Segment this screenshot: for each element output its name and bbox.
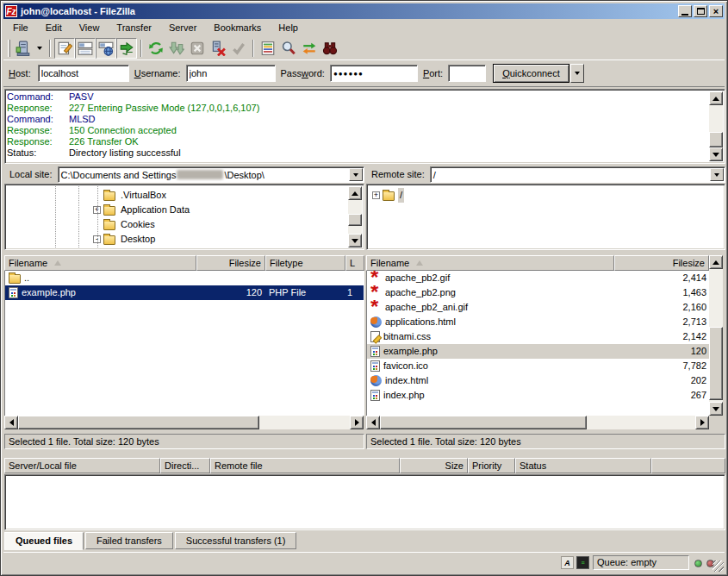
minimize-button[interactable] bbox=[678, 5, 692, 17]
tree-expander[interactable]: + bbox=[372, 191, 380, 199]
remote-scroll-left-button[interactable] bbox=[366, 416, 380, 429]
tree-item[interactable]: Cookies bbox=[93, 217, 348, 232]
file-row[interactable]: apache_pb2.gif 2,414 bbox=[367, 271, 709, 285]
disconnect-button[interactable] bbox=[208, 38, 228, 59]
site-manager-dropdown-button[interactable] bbox=[34, 38, 46, 59]
process-queue-button[interactable] bbox=[166, 38, 187, 59]
local-selection-status: Selected 1 file. Total size: 120 bytes bbox=[4, 434, 364, 449]
file-row[interactable]: apache_pb2.png 1,463 bbox=[367, 285, 709, 300]
sort-ascending-icon bbox=[54, 260, 61, 266]
close-button[interactable]: × bbox=[709, 5, 723, 17]
cancel-button[interactable] bbox=[187, 38, 208, 59]
file-row[interactable]: example.php 120 PHP File 1 bbox=[5, 285, 364, 300]
tree-item[interactable]: - Desktop bbox=[93, 232, 348, 247]
file-row[interactable]: favicon.ico 7,782 bbox=[367, 359, 709, 373]
log-scroll-up-button[interactable] bbox=[709, 91, 723, 105]
remote-scroll-down-button[interactable] bbox=[709, 402, 723, 416]
local-site-combo[interactable]: C:\Documents and Settings\Desktop\ bbox=[58, 166, 364, 183]
username-input[interactable] bbox=[186, 65, 276, 82]
local-tree-scroll-thumb[interactable] bbox=[348, 214, 362, 226]
port-input[interactable] bbox=[448, 65, 486, 82]
tree-item[interactable]: + Application Data bbox=[93, 203, 348, 217]
toolbar-grip[interactable] bbox=[8, 40, 10, 57]
local-site-combo-arrow[interactable] bbox=[349, 168, 363, 181]
remote-scroll-right-button[interactable] bbox=[695, 416, 709, 429]
local-tree-icon bbox=[78, 41, 93, 56]
title-bar[interactable]: Fz john@localhost - FileZilla × bbox=[3, 3, 725, 19]
synchronized-browsing-button[interactable] bbox=[299, 38, 320, 59]
file-row[interactable]: bitnami.css 2,142 bbox=[367, 329, 709, 344]
file-row[interactable]: index.php 267 bbox=[367, 388, 709, 403]
remote-site-combo-arrow[interactable] bbox=[710, 168, 724, 181]
resize-grip[interactable] bbox=[712, 560, 724, 572]
column-header-filesize[interactable]: Filesize bbox=[614, 255, 709, 271]
file-type-icon bbox=[370, 331, 380, 342]
tree-item-label: Cookies bbox=[119, 217, 157, 232]
column-header-last-modified[interactable]: L bbox=[345, 255, 364, 271]
transfer-queue-list[interactable] bbox=[4, 474, 725, 530]
site-manager-button[interactable] bbox=[13, 38, 34, 59]
remote-site-combo[interactable]: / bbox=[430, 166, 725, 183]
column-header-direction[interactable]: Directi... bbox=[160, 458, 210, 473]
local-scroll-left-button[interactable] bbox=[4, 416, 18, 429]
tab-successful-transfers[interactable]: Successful transfers (1) bbox=[175, 532, 297, 549]
menu-item[interactable]: Bookmarks bbox=[208, 21, 267, 34]
find-files-button[interactable] bbox=[320, 38, 340, 59]
column-header-filename[interactable]: Filename bbox=[366, 255, 614, 271]
remote-tree-pane: + / bbox=[366, 184, 725, 250]
quickconnect-dropdown-button[interactable] bbox=[570, 64, 584, 83]
column-header-remote-file[interactable]: Remote file bbox=[210, 458, 400, 473]
menu-item[interactable]: Server bbox=[163, 21, 202, 34]
menu-item[interactable]: View bbox=[73, 21, 106, 34]
tab-failed-transfers[interactable]: Failed transfers bbox=[85, 532, 173, 549]
tree-item[interactable]: .VirtualBox bbox=[93, 188, 348, 203]
menu-item[interactable]: Help bbox=[272, 21, 304, 34]
toggle-local-tree-button[interactable] bbox=[75, 38, 96, 59]
toggle-remote-tree-button[interactable] bbox=[96, 38, 116, 59]
column-header-filename[interactable]: Filename bbox=[4, 255, 196, 271]
file-row[interactable]: apache_pb2_ani.gif 2,160 bbox=[367, 300, 709, 315]
tree-guide-line bbox=[97, 186, 98, 247]
column-header-size[interactable]: Size bbox=[400, 458, 468, 473]
directory-comparison-button[interactable] bbox=[258, 38, 278, 59]
reconnect-button[interactable] bbox=[228, 38, 249, 59]
column-header-filesize[interactable]: Filesize bbox=[196, 255, 265, 271]
column-header-server-local-file[interactable]: Server/Local file bbox=[4, 458, 160, 473]
maximize-button[interactable] bbox=[694, 5, 707, 17]
data-type-indicator-icon[interactable]: A bbox=[561, 556, 574, 569]
file-size: 267 bbox=[615, 388, 709, 403]
menu-item[interactable]: Transfer bbox=[110, 21, 158, 34]
tree-item[interactable]: + / bbox=[372, 188, 723, 203]
file-name: favicon.ico bbox=[383, 359, 428, 373]
toggle-transfer-queue-button[interactable] bbox=[116, 38, 137, 59]
local-tree-scroll-up-button[interactable] bbox=[348, 186, 362, 200]
local-tree-scroll-down-button[interactable] bbox=[348, 234, 362, 247]
quickconnect-button[interactable]: Quickconnect bbox=[493, 64, 569, 83]
toggle-message-log-button[interactable] bbox=[54, 38, 75, 59]
log-scroll-down-button[interactable] bbox=[709, 147, 723, 161]
file-name: apache_pb2.png bbox=[385, 285, 456, 300]
remote-hscroll-thumb[interactable] bbox=[380, 416, 587, 429]
file-size: 1,463 bbox=[615, 285, 709, 300]
local-scroll-right-button[interactable] bbox=[350, 416, 364, 429]
menu-item[interactable]: Edit bbox=[40, 21, 68, 34]
speed-limits-icon[interactable]: ≡ bbox=[576, 556, 589, 569]
local-hscroll-thumb[interactable] bbox=[18, 416, 259, 429]
menu-item[interactable]: File bbox=[7, 21, 34, 34]
column-header-status[interactable]: Status bbox=[515, 458, 651, 473]
password-input[interactable] bbox=[330, 65, 418, 82]
remote-scroll-up-button[interactable] bbox=[709, 255, 723, 269]
log-scroll-thumb[interactable] bbox=[709, 132, 723, 147]
file-row[interactable]: example.php 120 bbox=[367, 344, 709, 359]
filezilla-app-icon[interactable]: Fz bbox=[5, 5, 17, 17]
file-row[interactable]: applications.html 2,713 bbox=[367, 315, 709, 329]
file-row[interactable]: index.html 202 bbox=[367, 373, 709, 388]
column-header-priority[interactable]: Priority bbox=[468, 458, 515, 473]
tab-queued-files[interactable]: Queued files bbox=[4, 532, 84, 550]
host-input[interactable] bbox=[38, 65, 129, 82]
filename-filters-button[interactable] bbox=[278, 38, 299, 59]
column-header-filetype[interactable]: Filetype bbox=[265, 255, 345, 271]
refresh-button[interactable] bbox=[146, 38, 166, 59]
remote-vscroll-thumb[interactable] bbox=[709, 327, 723, 400]
file-row[interactable]: .. bbox=[5, 271, 364, 285]
